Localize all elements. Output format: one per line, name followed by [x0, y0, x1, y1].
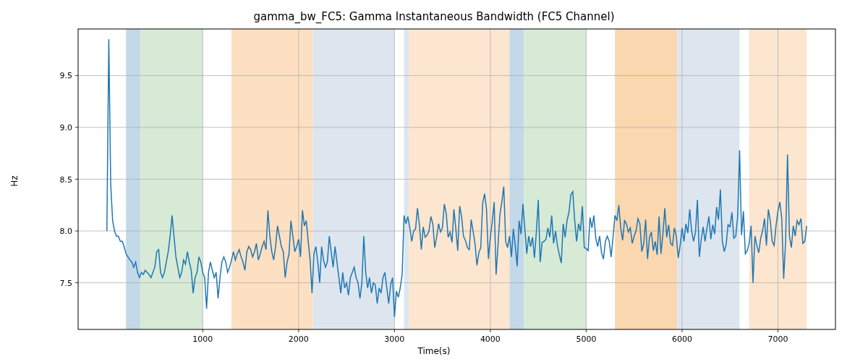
- ytick-label: 9.5: [60, 71, 73, 80]
- ytick-label: 8.5: [60, 175, 73, 185]
- xtick-label: 3000: [384, 334, 404, 344]
- plot-svg: 10002000300040005000600070007.58.08.59.0…: [0, 0, 868, 362]
- xtick-label: 2000: [289, 334, 309, 344]
- ytick-label: 7.5: [60, 279, 73, 288]
- chart-figure: gamma_bw_FC5: Gamma Instantaneous Bandwi…: [0, 0, 868, 362]
- ytick-label: 9.0: [60, 123, 73, 132]
- xtick-label: 1000: [192, 334, 213, 344]
- xtick-label: 6000: [672, 334, 692, 344]
- xtick-label: 4000: [480, 334, 501, 344]
- ytick-label: 8.0: [60, 227, 73, 236]
- xtick-label: 5000: [576, 334, 596, 344]
- xtick-label: 7000: [767, 334, 788, 344]
